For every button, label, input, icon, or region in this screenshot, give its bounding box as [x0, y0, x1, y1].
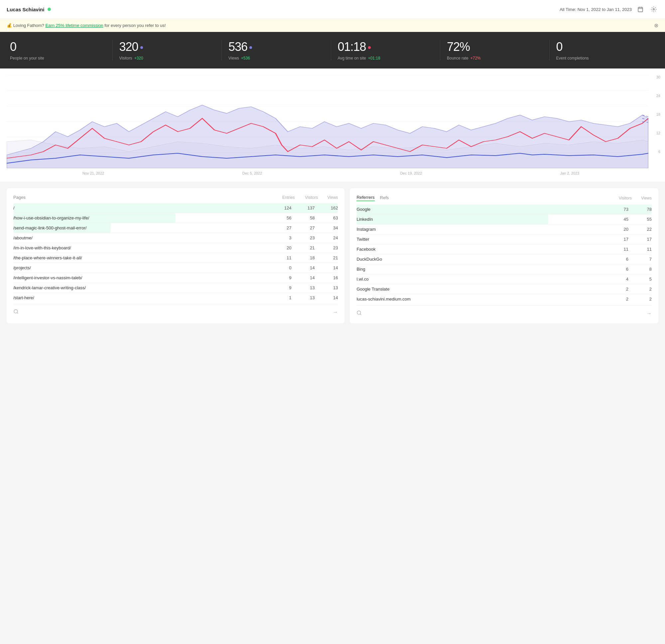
- page-path: /send-magic-link-500-ghost-mail-error/: [13, 225, 265, 230]
- settings-icon[interactable]: [649, 5, 658, 14]
- svg-point-4: [653, 8, 655, 10]
- x-label-jan2: Jan 2, 2023: [560, 171, 580, 175]
- table-row[interactable]: DuckDuckGo 6 7: [357, 254, 652, 264]
- table-row[interactable]: Google 73 78: [357, 205, 652, 214]
- page-entries: 9: [265, 285, 291, 290]
- chart-area: 30 24 18 12 6 Nov 21, 2022 Dec 5, 2022 D…: [0, 69, 665, 182]
- tab-refs[interactable]: Refs: [380, 195, 389, 201]
- page-path: /im-in-love-with-this-keyboard/: [13, 245, 265, 250]
- stat-bounce: 72% Bounce rate +72%: [440, 40, 550, 60]
- referrer-source: lucas-schiavini.medium.com: [357, 297, 605, 302]
- avg-time-dot: [368, 46, 371, 49]
- stat-views-label: Views +536: [228, 56, 324, 60]
- stat-events: 0 Event completions: [550, 40, 659, 60]
- referrer-views: 7: [628, 257, 652, 262]
- stat-events-label: Event completions: [556, 56, 652, 60]
- table-row[interactable]: /start-here/ 1 13 14: [13, 293, 338, 303]
- table-row[interactable]: / 124 137 162: [13, 203, 338, 213]
- referrer-views: 11: [628, 247, 652, 252]
- stat-avg-time: 01:18 Avg time on site +01:18: [331, 40, 440, 60]
- stat-people-main: 0: [10, 40, 106, 54]
- referrer-visitors: 2: [605, 297, 628, 302]
- tab-referrers[interactable]: Referrers: [357, 195, 374, 201]
- page-visitors: 14: [291, 265, 315, 270]
- referrer-visitors: 45: [605, 217, 628, 222]
- pages-next-arrow[interactable]: →: [332, 309, 338, 315]
- stat-views-number: 536: [228, 40, 247, 54]
- page-visitors: 21: [291, 245, 315, 250]
- table-row[interactable]: Twitter 17 17: [357, 234, 652, 244]
- page-path: /aboutme/: [13, 235, 265, 240]
- page-visitors: 58: [291, 215, 315, 221]
- referrer-views: 2: [628, 297, 652, 302]
- page-visitors: 137: [291, 206, 315, 210]
- analytics-chart: [7, 75, 648, 168]
- table-row[interactable]: /kendrick-lamar-creative-writing-class/ …: [13, 283, 338, 293]
- referrer-visitors: 73: [605, 207, 628, 212]
- svg-rect-0: [638, 7, 643, 12]
- referrers-next-arrow[interactable]: →: [646, 310, 652, 317]
- page-views: 14: [315, 265, 338, 270]
- close-banner-button[interactable]: ⊗: [654, 22, 658, 29]
- page-visitors: 13: [291, 285, 315, 290]
- online-indicator: [48, 8, 51, 11]
- y-label-24: 24: [657, 94, 660, 98]
- table-row[interactable]: /send-magic-link-500-ghost-mail-error/ 2…: [13, 223, 338, 233]
- table-row[interactable]: Google Translate 2 2: [357, 284, 652, 294]
- stat-avg-time-main: 01:18: [338, 40, 434, 54]
- page-path: /how-i-use-obsidian-to-organize-my-life/: [13, 215, 265, 221]
- referrer-views: 55: [628, 217, 652, 222]
- promo-text: 💰 Loving Fathom? Earn 25% lifetime commi…: [7, 23, 166, 28]
- y-label-30: 30: [657, 75, 660, 79]
- page-entries: 11: [265, 255, 291, 260]
- stat-bounce-label: Bounce rate +72%: [447, 56, 543, 60]
- x-label-dec19: Dec 19, 2022: [400, 171, 422, 175]
- table-row[interactable]: Bing 6 8: [357, 264, 652, 274]
- table-row[interactable]: /how-i-use-obsidian-to-organize-my-life/…: [13, 213, 338, 223]
- table-row[interactable]: l.wl.co 4 5: [357, 274, 652, 284]
- table-row[interactable]: /intelligent-investor-vs-nassim-taleb/ 9…: [13, 273, 338, 283]
- table-row[interactable]: /im-in-love-with-this-keyboard/ 20 21 23: [13, 243, 338, 253]
- page-entries: 1: [265, 295, 291, 300]
- calendar-icon[interactable]: [636, 5, 645, 14]
- referrers-search-icon[interactable]: [357, 310, 362, 317]
- referrer-source: DuckDuckGo: [357, 257, 605, 262]
- referrer-views: 22: [628, 227, 652, 232]
- referrers-rows: Google 73 78 LinkedIn 45 55 Instagram 20…: [357, 205, 652, 304]
- promo-label: Loving Fathom?: [13, 23, 44, 28]
- visitors-dot: [140, 46, 143, 49]
- page-visitors: 13: [291, 295, 315, 300]
- referrer-source: Google: [357, 207, 605, 212]
- stat-bounce-main: 72%: [447, 40, 543, 54]
- visitors-change: +320: [134, 56, 143, 60]
- pages-search-icon[interactable]: [13, 309, 19, 316]
- table-row[interactable]: Facebook 11 11: [357, 244, 652, 254]
- stat-visitors-number: 320: [119, 40, 138, 54]
- table-row[interactable]: lucas-schiavini.medium.com 2 2: [357, 294, 652, 304]
- site-name: Lucas Schiavini: [7, 7, 44, 12]
- stat-visitors: 320 Visitors +320: [113, 40, 222, 60]
- promo-link[interactable]: Earn 25% lifetime commission: [45, 23, 103, 28]
- col-header-ref-visitors: Visitors: [608, 196, 632, 201]
- table-row[interactable]: LinkedIn 45 55: [357, 214, 652, 224]
- col-header-ref-views: Views: [632, 196, 652, 201]
- page-views: 14: [315, 295, 338, 300]
- page-entries: 27: [265, 225, 291, 230]
- page-visitors: 23: [291, 235, 315, 240]
- table-row[interactable]: /projects/ 0 14 14: [13, 263, 338, 273]
- col-header-visitors: Visitors: [294, 195, 318, 200]
- pages-rows: / 124 137 162 /how-i-use-obsidian-to-org…: [13, 203, 338, 303]
- referrer-views: 78: [628, 207, 652, 212]
- page-entries: 56: [265, 215, 291, 221]
- promo-emoji: 💰: [7, 23, 13, 28]
- table-row[interactable]: /aboutme/ 3 23 24: [13, 233, 338, 243]
- table-row[interactable]: /the-place-where-winners-take-it-all/ 11…: [13, 253, 338, 263]
- table-row[interactable]: Instagram 20 22: [357, 224, 652, 234]
- page-views: 13: [315, 285, 338, 290]
- stat-people: 0 People on your site: [7, 40, 113, 60]
- referrer-source: l.wl.co: [357, 277, 605, 282]
- pages-table-panel: Pages Entries Visitors Views / 124 137 1…: [7, 188, 344, 323]
- stat-visitors-label: Visitors +320: [119, 56, 215, 60]
- stat-avg-time-label: Avg time on site +01:18: [338, 56, 434, 60]
- referrer-visitors: 6: [605, 267, 628, 272]
